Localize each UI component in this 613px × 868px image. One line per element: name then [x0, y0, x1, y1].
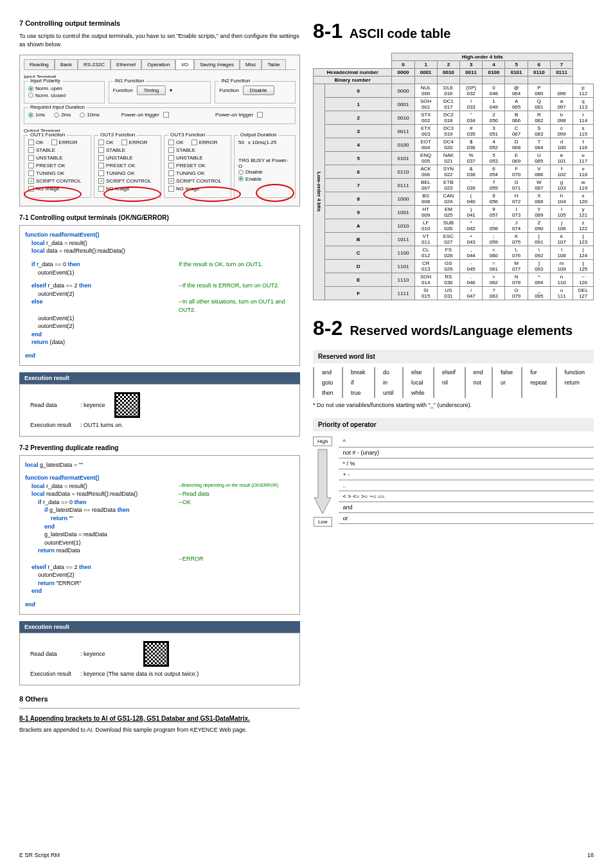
- script-checkbox[interactable]: ✓SCRIPT CONTROL: [168, 178, 222, 184]
- unstable-checkbox[interactable]: UNSTABLE: [28, 155, 63, 161]
- priority-arrow-icon: [313, 446, 332, 517]
- settings-screenshot: ReadingBankRS-232CEthernetOperationI/OSa…: [19, 55, 300, 206]
- reserved-word-list-header: Reserved word list: [313, 350, 594, 363]
- norm-closed-radio[interactable]: Norm. closed: [28, 93, 66, 98]
- priority-diagram: High Low ^not # - (unary)* / %+ -..< > <…: [313, 437, 594, 527]
- code-block-2: local g_latestData = "" function readfor…: [19, 455, 300, 615]
- script-checkbox[interactable]: ✓SCRIPT CONTROL: [28, 178, 82, 184]
- ngimg-checkbox[interactable]: NG Image: [28, 186, 59, 192]
- enable-radio[interactable]: Enable: [238, 176, 262, 182]
- section-7-2-title: 7-2 Preventing duplicate reading: [19, 444, 300, 451]
- exec-result-bar-2: Execution result: [19, 621, 300, 633]
- svg-marker-0: [314, 449, 331, 514]
- tab-bank[interactable]: Bank: [55, 59, 78, 69]
- tab-table[interactable]: Table: [262, 59, 285, 69]
- error-checkbox[interactable]: ERROR: [121, 140, 148, 145]
- section-8-1-title: 8-1 Appending brackets to AI of GS1-128,…: [19, 715, 300, 722]
- tab-operation[interactable]: Operation: [141, 59, 175, 69]
- section-7-title: 7 Controlling output terminals: [19, 19, 300, 27]
- ascii-table: High-order 4 bits 01234567 Hexadecimal n…: [313, 53, 594, 300]
- preset-checkbox[interactable]: PRESET OK: [28, 163, 66, 168]
- tab-i/o[interactable]: I/O: [175, 59, 194, 69]
- code-block-1: function readformatEvent() local r_data …: [19, 225, 300, 365]
- unstable-checkbox[interactable]: UNSTABLE: [168, 155, 203, 161]
- section-8-title: 8 Others: [19, 695, 300, 703]
- section-8-2-heading: 8-2 Reserved words/Language elements: [313, 316, 594, 340]
- preset-checkbox[interactable]: PRESET OK: [98, 163, 136, 168]
- in1-func-select[interactable]: Timing: [137, 86, 166, 95]
- tab-saving images[interactable]: Saving Images: [194, 59, 240, 69]
- preset-checkbox[interactable]: PRESET OK: [168, 163, 206, 168]
- dur-1ms[interactable]: 1ms: [28, 112, 45, 118]
- req-dur-legend: Required Input Duration: [28, 104, 87, 110]
- stable-checkbox[interactable]: STABLE: [28, 147, 55, 153]
- error-checkbox[interactable]: ERROR: [51, 140, 78, 145]
- section-8-1-text: Brackets are appended to AI. Download th…: [19, 726, 300, 734]
- ngimg-checkbox[interactable]: NG Image: [168, 186, 199, 192]
- norm-open-radio[interactable]: Norm. open: [28, 86, 62, 91]
- dur-2ms[interactable]: 2ms: [54, 112, 71, 118]
- tuning-checkbox[interactable]: TUNING OK: [28, 170, 64, 176]
- tab-rs-232c[interactable]: RS-232C: [78, 59, 111, 69]
- input-terminal-label: Input Terminal: [24, 74, 296, 80]
- tuning-checkbox[interactable]: TUNING OK: [98, 170, 134, 176]
- error-checkbox[interactable]: ERROR: [191, 140, 218, 145]
- exec-result-bar-1: Execution result: [19, 372, 300, 384]
- footer-left: E SR Script RM: [19, 852, 60, 858]
- tab-bar: ReadingBankRS-232CEthernetOperationI/OSa…: [24, 59, 296, 70]
- section-7-1-title: 7-1 Controlling output terminals (OK/NG/…: [19, 214, 300, 221]
- underscore-note: * Do not use variables/functions startin…: [313, 402, 594, 408]
- section-7-intro: To use scripts to control the output ter…: [19, 32, 300, 48]
- tab-misc[interactable]: Misc: [240, 59, 262, 69]
- tab-reading[interactable]: Reading: [24, 59, 55, 69]
- dur-10ms[interactable]: 10ms: [80, 112, 100, 118]
- qr-icon: [114, 392, 140, 418]
- in2-disable-button[interactable]: Disable: [243, 86, 274, 95]
- exec-result-box-2: Read data: keyence Execution result: key…: [19, 633, 300, 685]
- stable-checkbox[interactable]: STABLE: [168, 147, 195, 153]
- tuning-checkbox[interactable]: TUNING OK: [168, 170, 204, 176]
- stable-checkbox[interactable]: STABLE: [98, 147, 125, 153]
- qr-icon: [143, 641, 169, 667]
- priority-header: Priority of operator: [313, 418, 594, 431]
- footer-page: 18: [587, 852, 594, 858]
- in2-legend: IN2 Function: [219, 78, 252, 84]
- script-checkbox[interactable]: ✓SCRIPT CONTROL: [98, 178, 152, 184]
- ok-checkbox[interactable]: OK: [168, 140, 184, 145]
- ok-checkbox[interactable]: OK: [98, 140, 114, 145]
- exec-result-box-1: Read data: keyence Execution result: OUT…: [19, 384, 300, 437]
- section-8-1-heading: 8-1 ASCII code table: [313, 19, 594, 43]
- ok-checkbox[interactable]: OK: [28, 140, 44, 145]
- reserved-words-table: andbreakdoelseelseifendfalseforfunctiong…: [313, 367, 594, 398]
- tab-ethernet[interactable]: Ethernet: [111, 59, 141, 69]
- disable-radio[interactable]: Disable: [238, 169, 263, 175]
- ngimg-checkbox[interactable]: NG Image: [98, 186, 129, 192]
- unstable-checkbox[interactable]: UNSTABLE: [98, 155, 133, 161]
- in1-legend: IN1 Function: [113, 78, 146, 84]
- input-polarity-legend: Input Polarity: [28, 78, 62, 84]
